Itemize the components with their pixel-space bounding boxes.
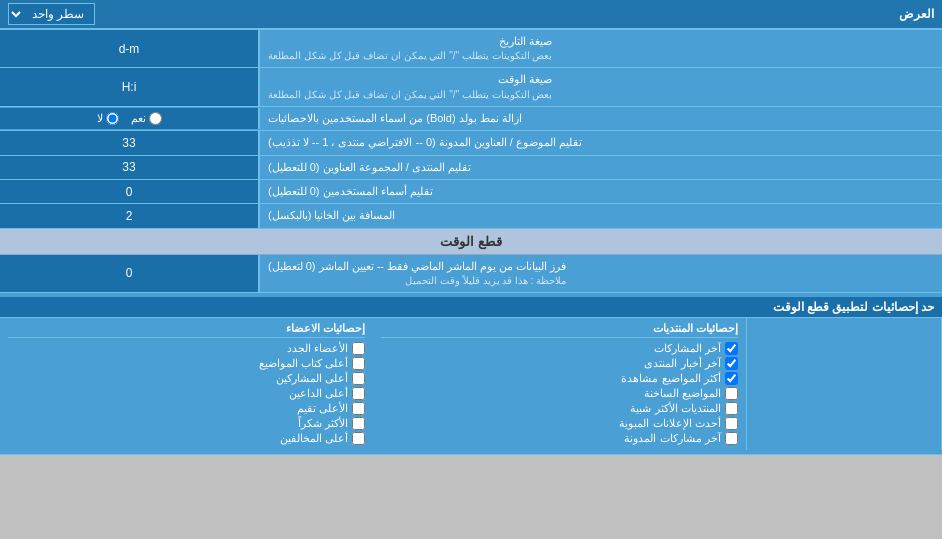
checkbox-col-forums: إحصائيات المنتديات آخر المشاركات آخر أخب… xyxy=(373,318,747,450)
filter-data-input[interactable] xyxy=(6,266,252,280)
checkbox-latest-ads[interactable] xyxy=(725,417,738,430)
users-limit-input[interactable] xyxy=(6,185,252,199)
bold-remove-yes-label[interactable]: نعم xyxy=(131,112,162,125)
checkbox-top-participants[interactable] xyxy=(352,372,365,385)
time-format-input-container xyxy=(0,68,260,105)
list-item: أعلى المشاركين xyxy=(8,371,365,386)
filter-data-label: فرز البيانات من يوم الماشر الماضي فقط --… xyxy=(260,255,942,292)
members-stats-header: إحصائيات الاعضاء xyxy=(8,322,365,338)
list-item: المواضيع الساخنة xyxy=(381,386,738,401)
list-item: أعلى المخالفين xyxy=(8,431,365,446)
list-item: آخر المشاركات xyxy=(381,341,738,356)
checkbox-most-viewed[interactable] xyxy=(725,372,738,385)
list-item: أحدث الإعلانات المبوية xyxy=(381,416,738,431)
bold-remove-yes-radio[interactable] xyxy=(149,112,162,125)
date-format-input-container xyxy=(0,30,260,67)
space-between-label: المسافة بين الخانيا (بالبكسل) xyxy=(260,204,942,227)
checkbox-most-forums[interactable] xyxy=(725,402,738,415)
bold-remove-label: ازالة نمط بولد (Bold) من اسماء المستخدمي… xyxy=(260,107,942,130)
checkbox-col-members: إحصائيات الاعضاء الأعضاء الجدد أعلى كتاب… xyxy=(0,318,373,450)
checkbox-top-writers[interactable] xyxy=(352,357,365,370)
time-format-label: صيغة الوقت بعض التكوينات يتطلب "/" التي … xyxy=(260,68,942,105)
checkbox-hot-topics[interactable] xyxy=(725,387,738,400)
checkbox-top-violators[interactable] xyxy=(352,432,365,445)
checkbox-col-empty xyxy=(747,318,942,450)
list-item: أكثر المواضيع مشاهدة xyxy=(381,371,738,386)
users-limit-input-container xyxy=(0,180,260,203)
checkbox-last-posts[interactable] xyxy=(725,342,738,355)
list-item: الأعضاء الجدد xyxy=(8,341,365,356)
forum-limit-input-container xyxy=(0,156,260,179)
display-mode-select[interactable]: سطر واحد xyxy=(8,3,95,25)
topics-limit-input[interactable] xyxy=(6,136,252,150)
page-label: العرض xyxy=(95,7,934,21)
bold-remove-no-label[interactable]: لا xyxy=(97,112,119,125)
list-item: المنتديات الأكثر شبية xyxy=(381,401,738,416)
topics-limit-input-container xyxy=(0,131,260,154)
list-item: الأعلى تقيم xyxy=(8,401,365,416)
forum-limit-input[interactable] xyxy=(6,160,252,174)
users-limit-label: تقليم أسماء المستخدمين (0 للتعطيل) xyxy=(260,180,942,203)
space-between-input[interactable] xyxy=(6,209,252,223)
list-item: الأكثر شكراً xyxy=(8,416,365,431)
checkbox-top-rated[interactable] xyxy=(352,402,365,415)
date-format-label: صيغة التاريخ بعض التكوينات يتطلب "/" الت… xyxy=(260,30,942,67)
stats-limit-label: حد إحصائيات لتطبيق قطع الوقت xyxy=(0,297,942,318)
filter-data-input-container xyxy=(0,255,260,292)
checkbox-most-thankful[interactable] xyxy=(352,417,365,430)
bold-remove-no-radio[interactable] xyxy=(106,112,119,125)
checkbox-last-blog[interactable] xyxy=(725,432,738,445)
time-format-input[interactable] xyxy=(6,80,252,94)
forum-stats-header: إحصائيات المنتديات xyxy=(381,322,738,338)
checkbox-last-news[interactable] xyxy=(725,357,738,370)
list-item: آخر أخبار المنتدى xyxy=(381,356,738,371)
checkbox-new-members[interactable] xyxy=(352,342,365,355)
time-section-header: قطع الوقت xyxy=(0,229,942,255)
date-format-input[interactable] xyxy=(6,42,252,56)
topics-limit-label: تقليم الموضوع / العناوين المدونة (0 -- ا… xyxy=(260,131,942,154)
bold-remove-radio-group: نعم لا xyxy=(0,108,260,129)
checkbox-top-inviters[interactable] xyxy=(352,387,365,400)
list-item: أعلى الداعين xyxy=(8,386,365,401)
space-between-input-container xyxy=(0,204,260,227)
forum-limit-label: تقليم المنتدى / المجموعة العناوين (0 للت… xyxy=(260,156,942,179)
list-item: أعلى كتاب المواضيع xyxy=(8,356,365,371)
list-item: آخر مشاركات المدونة xyxy=(381,431,738,446)
